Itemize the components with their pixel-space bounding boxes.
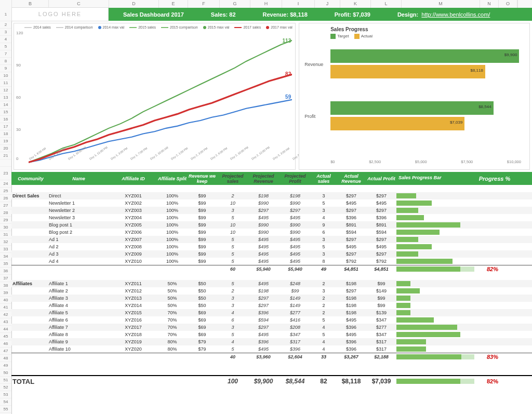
row-header[interactable]: 47 <box>0 348 11 355</box>
row-header[interactable]: 29 <box>0 217 11 224</box>
row-header[interactable]: 16 <box>0 116 11 123</box>
table-row[interactable]: Ad 4XYZ010100%$995$495$4958$792$792 <box>11 258 532 265</box>
col-header-O[interactable]: O <box>499 0 517 8</box>
row-header[interactable]: 27 <box>0 202 11 209</box>
line-chart-canvas <box>29 33 292 165</box>
row-header[interactable]: 39 <box>0 289 11 297</box>
row-header[interactable]: 42 <box>0 311 11 318</box>
row-header[interactable]: 55 <box>0 406 11 413</box>
table-row[interactable]: Affiliate 6XYZ01670%$696$594$4165$495$34… <box>11 316 532 324</box>
col-header-L[interactable]: L <box>371 0 402 8</box>
design-link[interactable]: http://www.benlcollins.com/ <box>421 11 490 18</box>
col-header-I[interactable]: I <box>282 0 315 8</box>
col-header-D[interactable]: D <box>109 0 159 8</box>
bar-chart-legend: Target Actual <box>330 34 373 39</box>
col-header-J[interactable]: J <box>315 0 340 8</box>
row-header[interactable]: 4 <box>0 36 11 43</box>
row-header[interactable]: 43 <box>0 318 11 326</box>
row-header[interactable]: 28 <box>0 209 11 217</box>
col-header-F[interactable]: F <box>188 0 220 8</box>
row-header[interactable]: 51 <box>0 377 11 384</box>
col-header-K[interactable]: K <box>340 0 371 8</box>
line-chart-xaxis: Day 1, 8:00 AMDay 1, 9:00 AMDay 1, 10:00… <box>29 158 292 167</box>
row-header[interactable]: 8 <box>0 58 11 65</box>
table-row[interactable]: Affiliate 9XYZ01980%$794$396$3174$396$31… <box>11 338 532 345</box>
row-header[interactable]: 49 <box>0 362 11 369</box>
row-header[interactable]: 34 <box>0 253 11 260</box>
row-header[interactable]: 40 <box>0 297 11 304</box>
col-header-E[interactable]: E <box>159 0 188 8</box>
row-header[interactable]: 24 <box>0 180 11 188</box>
row-header[interactable]: 53 <box>0 391 11 398</box>
col-header-G[interactable]: G <box>220 0 250 8</box>
row-header[interactable]: 18 <box>0 130 11 138</box>
col-header-N[interactable]: N <box>480 0 499 8</box>
table-row[interactable]: Affiliate 7XYZ01770%$693$297$2084$396$27… <box>11 324 532 331</box>
row-header[interactable]: 41 <box>0 304 11 311</box>
table-row[interactable]: Affiliate 10XYZ02080%$795$495$3964$396$3… <box>11 345 532 353</box>
table-row[interactable]: Ad 1XYZ007100%$995$495$4953$297$297 <box>11 236 532 243</box>
row-header[interactable]: 35 <box>0 260 11 268</box>
corner-cell[interactable] <box>0 0 12 8</box>
row-header[interactable]: 20 <box>0 145 11 152</box>
bar-x-tick: $2,500 <box>369 159 381 164</box>
row-header[interactable]: 3 <box>0 29 11 36</box>
row-header[interactable]: 2 <box>0 21 11 29</box>
col-header-C[interactable]: C <box>49 0 109 8</box>
row-header[interactable]: 17 <box>0 123 11 130</box>
row-header[interactable]: 32 <box>0 238 11 246</box>
table-row[interactable]: Affiliate 8XYZ01870%$695$495$3475$495$34… <box>11 331 532 338</box>
table-row[interactable]: Affiliate 2XYZ01250%$502$198$993$297$149 <box>11 287 532 295</box>
legend-item: 2015 max val <box>203 25 230 29</box>
row-header[interactable]: 11 <box>0 79 11 87</box>
table-row[interactable]: AffiliatesAffiliate 1XYZ01150%$505$495$2… <box>11 280 532 287</box>
col-header-B[interactable]: B <box>12 0 49 8</box>
row-header[interactable]: 23 <box>0 167 11 180</box>
row-header[interactable]: 10 <box>0 72 11 79</box>
row-header[interactable]: 1 <box>0 8 11 21</box>
row-header[interactable]: 19 <box>0 138 11 145</box>
row-header[interactable]: 7 <box>0 50 11 58</box>
row-header[interactable] <box>0 159 11 167</box>
row-header[interactable]: 50 <box>0 369 11 377</box>
row-header[interactable]: 48 <box>0 355 11 362</box>
row-header[interactable]: 37 <box>0 275 11 282</box>
table-row[interactable]: Newsletter 1XYZ002100%$9910$990$9905$495… <box>11 199 532 207</box>
row-header[interactable]: 38 <box>0 282 11 289</box>
row-header[interactable]: 5 <box>0 43 11 50</box>
row-header[interactable]: 13 <box>0 94 11 101</box>
row-header[interactable]: 33 <box>0 246 11 253</box>
row-header[interactable]: 30 <box>0 224 11 231</box>
bar-category-label: Revenue <box>304 62 323 67</box>
row-header[interactable]: 45 <box>0 333 11 340</box>
table-row[interactable]: Affiliate 4XYZ01450%$503$297$1492$198$99 <box>11 302 532 309</box>
table-header-row: Community Name Affiliate ID Affiliate Sp… <box>11 172 532 185</box>
row-header[interactable]: 26 <box>0 195 11 202</box>
row-header[interactable]: 31 <box>0 231 11 238</box>
col-header-M[interactable]: M <box>402 0 480 8</box>
table-row[interactable]: Affiliate 5XYZ01570%$694$396$2772$198$13… <box>11 309 532 316</box>
table-row[interactable]: Affiliate 3XYZ01350%$503$297$1492$198$99 <box>11 295 532 302</box>
table-row[interactable]: Ad 2XYZ008100%$995$495$4955$495$495 <box>11 243 532 250</box>
table-row[interactable]: Newsletter 2XYZ003100%$993$297$2973$297$… <box>11 207 532 214</box>
row-header[interactable]: 25 <box>0 188 11 195</box>
table-row[interactable]: Direct SalesDirectXYZ001100%$992$198$198… <box>11 192 532 199</box>
row-header[interactable]: 44 <box>0 326 11 333</box>
row-header[interactable]: 12 <box>0 87 11 94</box>
row-header[interactable]: 52 <box>0 384 11 391</box>
row-header[interactable]: 54 <box>0 398 11 406</box>
row-header[interactable]: 21 <box>0 152 11 159</box>
table-row[interactable]: Newsletter 3XYZ004100%$995$495$4954$396$… <box>11 214 532 221</box>
row-header[interactable]: 9 <box>0 65 11 72</box>
row-header[interactable]: 46 <box>0 340 11 348</box>
bar-x-tick: $5,000 <box>415 159 427 164</box>
row-header[interactable]: 36 <box>0 268 11 275</box>
table-row[interactable]: Blog post 2XYZ006100%$9910$990$9906$594$… <box>11 229 532 236</box>
col-header-H[interactable]: H <box>250 0 282 8</box>
table-row[interactable]: Ad 3XYZ009100%$995$495$4953$297$297 <box>11 250 532 258</box>
table-row[interactable]: Blog post 1XYZ005100%$9910$990$9909$891$… <box>11 221 532 229</box>
row-header[interactable]: 15 <box>0 109 11 116</box>
row-header[interactable]: 14 <box>0 101 11 109</box>
col-progress-bar: Sales Progress Bar <box>396 175 476 182</box>
col-revenue-keep: Revenue we keep <box>187 173 218 184</box>
